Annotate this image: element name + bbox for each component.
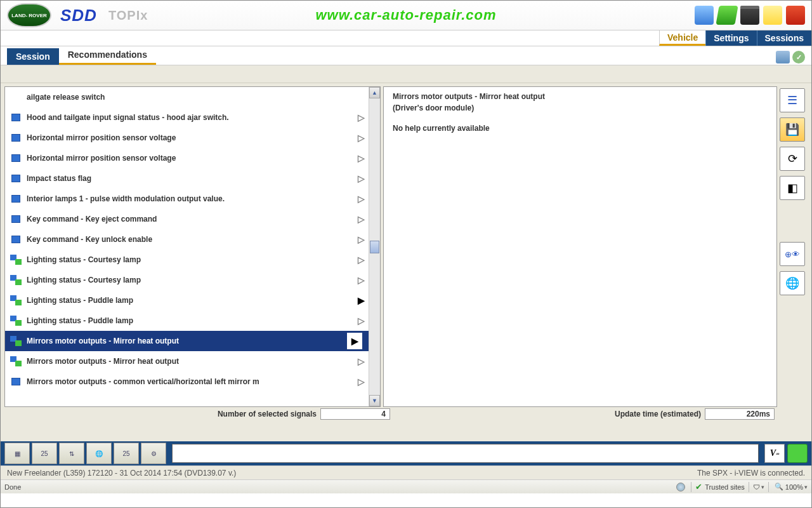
- language-button[interactable]: 🌐: [780, 271, 805, 295]
- signal-row[interactable]: Mirrors motor outputs - common vertical/…: [5, 371, 369, 392]
- signal-row[interactable]: Lighting status - Courtesy lamp▷: [5, 270, 369, 290]
- monitor-icon: [11, 236, 20, 243]
- selected-signals-value: 4: [320, 408, 390, 420]
- zoom-level[interactable]: 100%: [785, 483, 803, 491]
- list-view-button[interactable]: ☰: [780, 88, 805, 112]
- signal-row[interactable]: Lighting status - Puddle lamp▶: [5, 290, 369, 311]
- scrollbar[interactable]: ▲ ▼: [369, 87, 380, 406]
- money-icon[interactable]: [716, 6, 738, 25]
- tool-2[interactable]: 25: [32, 443, 57, 464]
- scroll-track[interactable]: [369, 98, 380, 395]
- spacer-band: [1, 65, 811, 83]
- side-toolbar: ☰ 💾 ⟳ ◧ ⊕👁 🌐: [780, 86, 808, 407]
- signal-row[interactable]: Horizontal mirror position sensor voltag…: [5, 148, 369, 168]
- expand-arrow-icon[interactable]: ▷: [353, 275, 369, 285]
- signal-label: Lighting status - Puddle lamp: [27, 296, 353, 305]
- signal-row[interactable]: Key command - Key eject command▷: [5, 209, 369, 229]
- tool-5[interactable]: 25: [114, 443, 139, 464]
- nav-bar: Vehicle Settings Sessions: [1, 30, 811, 46]
- tab-recommendations[interactable]: Recommendations: [59, 46, 156, 65]
- signal-label: Mirrors motor outputs - Mirror heat outp…: [27, 337, 346, 345]
- expand-arrow-icon[interactable]: ▷: [353, 316, 369, 326]
- tool-4[interactable]: 🌐: [86, 443, 112, 464]
- camera-icon[interactable]: [776, 51, 790, 64]
- diagnostics-icon[interactable]: [695, 6, 714, 25]
- monitor-icon: [11, 134, 20, 142]
- signal-label: Lighting status - Courtesy lamp: [27, 276, 353, 284]
- expand-arrow-icon[interactable]: ▷: [353, 133, 369, 143]
- expand-arrow-icon[interactable]: ▷: [353, 173, 369, 184]
- detail-title: Mirrors motor outputs - Mirror heat outp…: [393, 92, 768, 101]
- trusted-sites-label[interactable]: Trusted sites: [705, 483, 745, 491]
- status-ok-icon[interactable]: ✓: [792, 51, 805, 64]
- voltage-button[interactable]: V⎓: [764, 444, 785, 463]
- tool-3[interactable]: ⇅: [59, 443, 84, 464]
- selected-signals-label: Number of selected signals: [7, 410, 320, 418]
- nav-sessions[interactable]: Sessions: [757, 30, 811, 46]
- expand-arrow-icon[interactable]: ▶: [347, 333, 362, 349]
- calendar-icon[interactable]: [740, 6, 759, 25]
- expand-arrow-icon[interactable]: ▷: [353, 214, 369, 224]
- expand-arrow-icon[interactable]: ▷: [353, 255, 369, 265]
- signal-row[interactable]: Mirrors motor outputs - Mirror heat outp…: [5, 351, 369, 371]
- monitor-icon: [11, 215, 20, 223]
- close-icon[interactable]: [786, 6, 805, 25]
- nav-settings[interactable]: Settings: [705, 30, 756, 46]
- signal-row[interactable]: Key command - Key unlock enable▷: [5, 229, 369, 250]
- bottom-toolbar: ▦ 25 ⇅ 🌐 25 ⚙ V⎓: [1, 441, 811, 465]
- signal-label: Key command - Key eject command: [27, 215, 353, 224]
- erase-button[interactable]: ◧: [780, 176, 805, 200]
- tool-1[interactable]: ▦: [4, 443, 30, 464]
- multi-signal-icon: [11, 317, 20, 324]
- detail-module: (Driver's door module): [393, 104, 768, 112]
- signal-list[interactable]: ailgate release switchHood and tailgate …: [5, 87, 369, 406]
- signal-row[interactable]: ailgate release switch: [5, 87, 369, 107]
- tab-bar: Session Recommendations ✓: [1, 46, 811, 65]
- expand-arrow-icon[interactable]: ▶: [353, 295, 369, 305]
- signal-row[interactable]: Impact status flag▷: [5, 168, 369, 189]
- tab-session[interactable]: Session: [7, 48, 59, 65]
- security-icon[interactable]: 🛡: [753, 483, 760, 491]
- main-area: ailgate release switchHood and tailgate …: [1, 83, 811, 407]
- status-row: Number of selected signals 4 Update time…: [1, 407, 811, 422]
- connection-status: The SPX - i-VIEW is connected.: [697, 469, 805, 478]
- refresh-button[interactable]: ⟳: [780, 147, 805, 171]
- signal-row[interactable]: Lighting status - Puddle lamp▷: [5, 311, 369, 331]
- monitor-icon: [11, 378, 20, 385]
- nav-vehicle[interactable]: Vehicle: [659, 30, 705, 46]
- internet-icon[interactable]: [676, 483, 685, 491]
- monitor-icon: [11, 175, 20, 182]
- vehicle-info: New Freelander (L359) 172120 - 31 Oct 20…: [7, 469, 236, 478]
- battery-icon[interactable]: [787, 444, 808, 463]
- zoom-icon[interactable]: 🔍: [775, 483, 783, 491]
- browser-statusbar: Done ✔ Trusted sites 🛡▾ 🔍 100%▾: [1, 479, 811, 493]
- signal-row[interactable]: Mirrors motor outputs - Mirror heat outp…: [5, 331, 369, 351]
- topix-label[interactable]: TOPIx: [108, 8, 148, 23]
- tool-6[interactable]: ⚙: [141, 443, 166, 464]
- multi-signal-icon: [11, 358, 20, 365]
- expand-arrow-icon[interactable]: ▷: [353, 234, 369, 244]
- multi-signal-icon: [11, 256, 20, 264]
- monitor-icon: [11, 154, 20, 162]
- expand-arrow-icon[interactable]: ▷: [353, 356, 369, 366]
- multi-signal-icon: [11, 297, 20, 304]
- scroll-thumb[interactable]: [370, 241, 379, 253]
- update-time-value: 220ms: [705, 408, 775, 420]
- detail-help: No help currently available: [393, 124, 768, 133]
- add-view-button[interactable]: ⊕👁: [780, 242, 805, 266]
- expand-arrow-icon[interactable]: ▷: [353, 112, 369, 123]
- scroll-down-button[interactable]: ▼: [369, 395, 380, 406]
- command-input[interactable]: [172, 444, 759, 463]
- note-icon[interactable]: [763, 6, 782, 25]
- signal-row[interactable]: Interior lamps 1 - pulse width modulatio…: [5, 189, 369, 209]
- signal-row[interactable]: Hood and tailgate input signal status - …: [5, 107, 369, 128]
- expand-arrow-icon[interactable]: ▷: [353, 377, 369, 387]
- expand-arrow-icon[interactable]: ▷: [353, 194, 369, 204]
- save-button[interactable]: 💾: [780, 117, 805, 142]
- signal-row[interactable]: Lighting status - Courtesy lamp▷: [5, 250, 369, 270]
- signal-row[interactable]: Horizontal mirror position sensor voltag…: [5, 128, 369, 148]
- signal-label: Horizontal mirror position sensor voltag…: [27, 133, 353, 142]
- expand-arrow-icon[interactable]: ▷: [353, 153, 369, 163]
- signal-label: Impact status flag: [27, 174, 353, 183]
- scroll-up-button[interactable]: ▲: [369, 87, 380, 98]
